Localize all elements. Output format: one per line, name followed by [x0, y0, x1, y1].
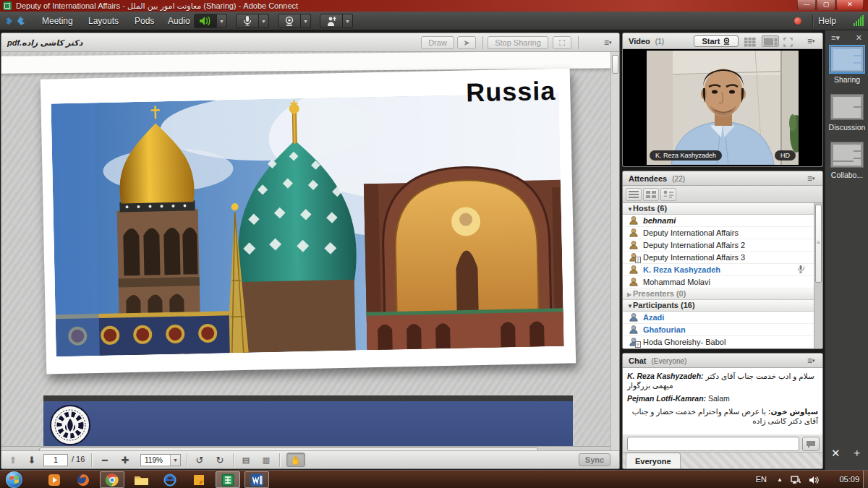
- rotate-right-button[interactable]: ↻: [213, 454, 227, 466]
- collapse-triangle-icon[interactable]: ▼: [623, 204, 633, 215]
- raise-hand-button[interactable]: [320, 14, 343, 28]
- menu-audio[interactable]: Audio: [161, 12, 197, 30]
- expand-triangle-icon[interactable]: ▶: [623, 289, 633, 300]
- fit-page-button[interactable]: ▥: [259, 454, 273, 466]
- menu-bar: Meeting Layouts Pods Audio ▼ ▼ ▼: [0, 12, 868, 30]
- word-icon[interactable]: [244, 471, 269, 488]
- menu-help[interactable]: Help: [811, 12, 843, 30]
- speaker-dropdown[interactable]: ▼: [217, 14, 227, 28]
- breakout-view-button[interactable]: [643, 188, 659, 201]
- start-webcam-button[interactable]: Start: [694, 35, 739, 47]
- layout-sharing-thumbnail[interactable]: [830, 46, 864, 72]
- zoom-out-button[interactable]: ━: [98, 454, 112, 466]
- attendee-group-header[interactable]: ▼Participants (16): [623, 300, 814, 312]
- video-fullscreen-icon[interactable]: [783, 36, 798, 46]
- vertical-scrollbar[interactable]: [610, 52, 619, 452]
- pan-tool-button[interactable]: ✋: [286, 453, 305, 467]
- chat-pod-menu-button[interactable]: [807, 356, 819, 365]
- layout-collaboration-thumbnail[interactable]: [830, 142, 864, 168]
- microphone-dropdown[interactable]: ▼: [259, 14, 269, 28]
- attendee-row[interactable]: Deputy International Affairs 2: [623, 239, 814, 252]
- volume-icon[interactable]: [809, 471, 819, 488]
- speaker-button[interactable]: [194, 14, 217, 28]
- raise-hand-dropdown[interactable]: ▼: [343, 14, 353, 28]
- attendee-row[interactable]: Ghafourian: [623, 324, 814, 336]
- attendee-group-header[interactable]: ▶Presenters (0): [623, 288, 814, 300]
- menu-meeting[interactable]: Meeting: [35, 12, 80, 30]
- fit-width-button[interactable]: ▤: [239, 454, 253, 466]
- attendee-row[interactable]: Deputy International Affairs: [623, 227, 814, 239]
- attendees-pod: Attendees (22) ▼Hosts (6) behnami Deputy…: [622, 171, 823, 349]
- vertical-scrollbar-thumb[interactable]: [612, 55, 618, 74]
- attendee-group-header[interactable]: ▼Hosts (6): [623, 203, 814, 215]
- page-number-input[interactable]: 1: [43, 454, 68, 466]
- list-view-button[interactable]: [626, 188, 642, 201]
- stop-sharing-button[interactable]: Stop Sharing: [488, 36, 548, 49]
- menu-pods[interactable]: Pods: [127, 12, 161, 30]
- attendees-pod-menu-button[interactable]: [807, 174, 819, 183]
- filmstrip-view-icon[interactable]: [762, 35, 779, 47]
- layout-discussion-thumbnail[interactable]: [830, 94, 864, 120]
- tab-everyone[interactable]: Everyone: [626, 453, 681, 468]
- attendees-scrollbar[interactable]: [814, 203, 822, 348]
- draw-button[interactable]: Draw: [421, 36, 454, 49]
- layout-collaboration-label[interactable]: Collabo...: [825, 171, 868, 179]
- fullscreen-icon: ⛶: [559, 38, 565, 47]
- attendee-row[interactable]: Hoda Ghoreishy- Babol: [623, 336, 814, 348]
- media-player-icon[interactable]: [42, 471, 67, 488]
- network-icon[interactable]: [791, 471, 801, 488]
- rotate-left-button[interactable]: ↺: [192, 454, 207, 466]
- attendee-row[interactable]: Mohammad Molavi: [623, 276, 814, 288]
- zoom-level-select[interactable]: 119%▼: [140, 454, 181, 466]
- clock[interactable]: 05:09 ب.ظ: [839, 471, 859, 488]
- chat-input[interactable]: [627, 437, 799, 451]
- attendee-name: behnami: [643, 215, 676, 226]
- share-pod-menu-button[interactable]: [604, 38, 616, 47]
- webcam-dropdown[interactable]: ▼: [301, 14, 311, 28]
- start-button[interactable]: [6, 471, 22, 488]
- grid-view-icon[interactable]: [744, 36, 759, 46]
- collapse-triangle-icon[interactable]: ▼: [623, 301, 633, 312]
- menu-layouts[interactable]: Layouts: [81, 12, 126, 30]
- language-indicator[interactable]: EN: [756, 471, 767, 488]
- webcam-button[interactable]: [278, 14, 301, 28]
- video-pod-menu-button[interactable]: [807, 37, 819, 46]
- layout-bar-menu-icon[interactable]: ≡▾: [831, 33, 840, 43]
- app-icon: [3, 1, 12, 10]
- adobe-connect-icon[interactable]: [216, 471, 240, 488]
- chat-tabs: Everyone: [623, 452, 822, 468]
- fullscreen-button[interactable]: ⛶: [553, 36, 571, 49]
- attendee-row[interactable]: behnami: [623, 215, 814, 227]
- tray-expand-icon[interactable]: ▲: [777, 471, 783, 488]
- pointer-tool-button[interactable]: ➤: [457, 36, 476, 49]
- chat-message: Pejman Lotfi-Kamran: Salam: [627, 394, 818, 403]
- layout-sharing-label[interactable]: Sharing: [825, 75, 868, 84]
- attendees-scrollbar-thumb[interactable]: [815, 205, 822, 283]
- maximize-button[interactable]: ▢: [817, 0, 835, 10]
- attendee-row[interactable]: K. Reza Kashyzadeh: [623, 264, 814, 276]
- microphone-button[interactable]: [236, 14, 259, 28]
- page-down-button[interactable]: ⬇: [25, 454, 39, 466]
- chat-scope: (Everyone): [649, 357, 687, 365]
- send-message-button[interactable]: [802, 437, 820, 451]
- explorer-icon[interactable]: [129, 471, 153, 488]
- add-layout-icon[interactable]: ＋: [851, 446, 868, 460]
- layout-bar-pin-icon[interactable]: ✕: [856, 33, 862, 43]
- zoom-in-button[interactable]: ✚: [118, 454, 132, 466]
- zoom-level-value: 119%: [141, 456, 163, 464]
- document-badge-icon: [635, 257, 641, 263]
- page-up-button[interactable]: ⬆: [6, 454, 20, 466]
- close-button[interactable]: ✕: [836, 0, 864, 10]
- firefox-icon[interactable]: [71, 471, 95, 488]
- chrome-icon[interactable]: [100, 471, 124, 488]
- layout-discussion-label[interactable]: Discussion: [825, 123, 868, 132]
- sync-button[interactable]: Sync: [579, 453, 610, 466]
- show-desktop-button[interactable]: [863, 471, 868, 488]
- notes-icon[interactable]: [187, 471, 211, 488]
- status-view-button[interactable]: [660, 188, 676, 201]
- internet-explorer-icon[interactable]: [158, 471, 182, 488]
- minimize-button[interactable]: —: [797, 0, 816, 10]
- start-webcam-icon: [723, 38, 731, 45]
- attendee-row[interactable]: Azadi: [623, 312, 814, 324]
- attendee-row[interactable]: Deputy International Affairs 3: [623, 252, 814, 264]
